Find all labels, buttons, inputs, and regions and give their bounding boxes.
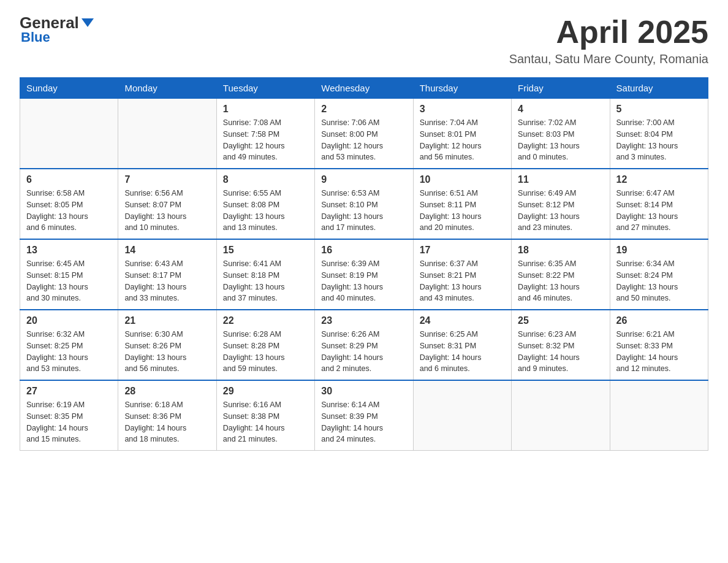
logo-blue-text: Blue [21,29,50,45]
day-info: Sunrise: 6:47 AM Sunset: 8:14 PM Dayligh… [616,188,702,234]
day-info: Sunrise: 6:55 AM Sunset: 8:08 PM Dayligh… [223,188,308,234]
day-number: 8 [223,174,308,185]
day-info: Sunrise: 6:16 AM Sunset: 8:38 PM Dayligh… [223,399,308,445]
day-info: Sunrise: 7:02 AM Sunset: 8:03 PM Dayligh… [518,117,603,163]
day-info: Sunrise: 6:43 AM Sunset: 8:17 PM Dayligh… [124,258,210,304]
day-info: Sunrise: 6:39 AM Sunset: 8:19 PM Dayligh… [321,258,406,304]
day-number: 7 [124,174,210,185]
calendar-cell: 25Sunrise: 6:23 AM Sunset: 8:32 PM Dayli… [512,310,610,380]
calendar-cell: 8Sunrise: 6:55 AM Sunset: 8:08 PM Daylig… [216,169,314,239]
day-number: 1 [223,104,308,115]
calendar-cell: 26Sunrise: 6:21 AM Sunset: 8:33 PM Dayli… [610,310,708,380]
calendar-header-row: SundayMondayTuesdayWednesdayThursdayFrid… [20,78,708,99]
location-title: Santau, Satu Mare County, Romania [509,52,708,66]
day-number: 28 [124,386,210,397]
calendar-week-row: 27Sunrise: 6:19 AM Sunset: 8:35 PM Dayli… [20,380,708,451]
day-info: Sunrise: 6:45 AM Sunset: 8:15 PM Dayligh… [26,258,112,304]
day-info: Sunrise: 6:14 AM Sunset: 8:39 PM Dayligh… [321,399,406,445]
calendar-day-header: Saturday [610,78,708,99]
day-number: 2 [321,104,406,115]
day-info: Sunrise: 6:26 AM Sunset: 8:29 PM Dayligh… [321,329,406,375]
day-info: Sunrise: 6:32 AM Sunset: 8:25 PM Dayligh… [26,329,112,375]
day-info: Sunrise: 6:19 AM Sunset: 8:35 PM Dayligh… [26,399,112,445]
day-number: 13 [26,245,112,256]
calendar-cell: 6Sunrise: 6:58 AM Sunset: 8:05 PM Daylig… [20,169,118,239]
calendar-week-row: 20Sunrise: 6:32 AM Sunset: 8:25 PM Dayli… [20,310,708,380]
calendar-cell: 29Sunrise: 6:16 AM Sunset: 8:38 PM Dayli… [216,380,314,451]
day-info: Sunrise: 6:30 AM Sunset: 8:26 PM Dayligh… [124,329,210,375]
day-number: 10 [420,174,505,185]
calendar-day-header: Tuesday [216,78,314,99]
calendar-cell: 22Sunrise: 6:28 AM Sunset: 8:28 PM Dayli… [216,310,314,380]
logo-triangle-icon [82,18,94,27]
day-number: 17 [420,245,505,256]
day-number: 30 [321,386,406,397]
day-number: 25 [518,315,603,326]
calendar-week-row: 1Sunrise: 7:08 AM Sunset: 7:58 PM Daylig… [20,99,708,169]
day-number: 19 [616,245,702,256]
day-number: 22 [223,315,308,326]
calendar-cell: 27Sunrise: 6:19 AM Sunset: 8:35 PM Dayli… [20,380,118,451]
calendar-week-row: 6Sunrise: 6:58 AM Sunset: 8:05 PM Daylig… [20,169,708,239]
day-number: 24 [420,315,505,326]
day-info: Sunrise: 6:25 AM Sunset: 8:31 PM Dayligh… [420,329,505,375]
day-info: Sunrise: 6:34 AM Sunset: 8:24 PM Dayligh… [616,258,702,304]
day-number: 6 [26,174,112,185]
day-number: 9 [321,174,406,185]
day-number: 14 [124,245,210,256]
logo-general-text: General [20,15,79,31]
month-title: April 2025 [509,15,708,50]
day-info: Sunrise: 6:35 AM Sunset: 8:22 PM Dayligh… [518,258,603,304]
calendar-cell: 20Sunrise: 6:32 AM Sunset: 8:25 PM Dayli… [20,310,118,380]
day-number: 16 [321,245,406,256]
day-info: Sunrise: 6:28 AM Sunset: 8:28 PM Dayligh… [223,329,308,375]
calendar-cell [610,380,708,451]
calendar-cell: 7Sunrise: 6:56 AM Sunset: 8:07 PM Daylig… [118,169,216,239]
day-number: 20 [26,315,112,326]
day-number: 23 [321,315,406,326]
calendar-cell [118,99,216,169]
calendar-cell: 2Sunrise: 7:06 AM Sunset: 8:00 PM Daylig… [315,99,413,169]
day-info: Sunrise: 6:21 AM Sunset: 8:33 PM Dayligh… [616,329,702,375]
day-info: Sunrise: 6:49 AM Sunset: 8:12 PM Dayligh… [518,188,603,234]
day-info: Sunrise: 6:58 AM Sunset: 8:05 PM Dayligh… [26,188,112,234]
day-number: 29 [223,386,308,397]
calendar-cell: 16Sunrise: 6:39 AM Sunset: 8:19 PM Dayli… [315,239,413,310]
calendar-table: SundayMondayTuesdayWednesdayThursdayFrid… [20,77,708,451]
day-number: 12 [616,174,702,185]
title-area: April 2025 Santau, Satu Mare County, Rom… [509,15,708,66]
calendar-day-header: Wednesday [315,78,413,99]
day-info: Sunrise: 6:51 AM Sunset: 8:11 PM Dayligh… [420,188,505,234]
calendar-day-header: Monday [118,78,216,99]
calendar-day-header: Friday [512,78,610,99]
calendar-week-row: 13Sunrise: 6:45 AM Sunset: 8:15 PM Dayli… [20,239,708,310]
calendar-day-header: Thursday [413,78,511,99]
day-info: Sunrise: 6:23 AM Sunset: 8:32 PM Dayligh… [518,329,603,375]
calendar-cell: 24Sunrise: 6:25 AM Sunset: 8:31 PM Dayli… [413,310,511,380]
calendar-day-header: Sunday [20,78,118,99]
day-info: Sunrise: 6:56 AM Sunset: 8:07 PM Dayligh… [124,188,210,234]
calendar-cell: 1Sunrise: 7:08 AM Sunset: 7:58 PM Daylig… [216,99,314,169]
day-number: 26 [616,315,702,326]
day-info: Sunrise: 6:41 AM Sunset: 8:18 PM Dayligh… [223,258,308,304]
day-info: Sunrise: 7:08 AM Sunset: 7:58 PM Dayligh… [223,117,308,163]
day-info: Sunrise: 6:37 AM Sunset: 8:21 PM Dayligh… [420,258,505,304]
day-number: 11 [518,174,603,185]
calendar-cell [20,99,118,169]
day-number: 27 [26,386,112,397]
calendar-cell [512,380,610,451]
calendar-cell: 11Sunrise: 6:49 AM Sunset: 8:12 PM Dayli… [512,169,610,239]
calendar-cell [413,380,511,451]
calendar-cell: 19Sunrise: 6:34 AM Sunset: 8:24 PM Dayli… [610,239,708,310]
calendar-cell: 17Sunrise: 6:37 AM Sunset: 8:21 PM Dayli… [413,239,511,310]
calendar-cell: 12Sunrise: 6:47 AM Sunset: 8:14 PM Dayli… [610,169,708,239]
calendar-cell: 5Sunrise: 7:00 AM Sunset: 8:04 PM Daylig… [610,99,708,169]
calendar-cell: 21Sunrise: 6:30 AM Sunset: 8:26 PM Dayli… [118,310,216,380]
calendar-cell: 3Sunrise: 7:04 AM Sunset: 8:01 PM Daylig… [413,99,511,169]
day-info: Sunrise: 7:04 AM Sunset: 8:01 PM Dayligh… [420,117,505,163]
calendar-cell: 15Sunrise: 6:41 AM Sunset: 8:18 PM Dayli… [216,239,314,310]
calendar-cell: 14Sunrise: 6:43 AM Sunset: 8:17 PM Dayli… [118,239,216,310]
calendar-cell: 4Sunrise: 7:02 AM Sunset: 8:03 PM Daylig… [512,99,610,169]
day-number: 3 [420,104,505,115]
day-number: 15 [223,245,308,256]
